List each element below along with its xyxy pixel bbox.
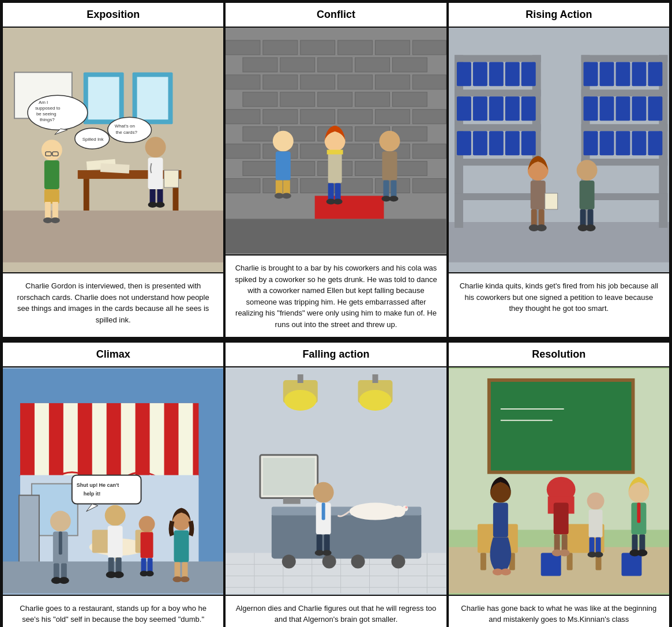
svg-point-165 <box>576 160 597 181</box>
svg-point-286 <box>594 552 603 558</box>
svg-rect-278 <box>561 535 567 552</box>
svg-rect-130 <box>521 96 535 121</box>
svg-rect-283 <box>589 538 594 554</box>
svg-point-253 <box>322 550 332 556</box>
svg-rect-213 <box>182 562 187 579</box>
cell-rising-action: Rising Action <box>448 2 670 338</box>
cell-falling-action: Falling action <box>224 341 447 627</box>
cell-resolution: Resolution <box>448 341 670 627</box>
svg-text:supposed to: supposed to <box>35 106 61 111</box>
svg-rect-84 <box>393 162 427 176</box>
svg-rect-212 <box>174 562 180 579</box>
svg-rect-107 <box>382 152 397 181</box>
svg-rect-144 <box>599 62 614 86</box>
svg-point-93 <box>273 131 294 152</box>
svg-rect-49 <box>318 58 352 72</box>
svg-rect-132 <box>473 131 487 155</box>
svg-rect-1 <box>3 211 223 262</box>
image-rising-action <box>449 28 669 273</box>
svg-rect-74 <box>226 144 260 159</box>
svg-rect-291 <box>639 535 645 552</box>
svg-rect-250 <box>317 535 322 552</box>
svg-rect-28 <box>44 189 59 204</box>
text-resolution: Charlie has gone back to what he was lik… <box>449 596 669 627</box>
image-resolution <box>449 367 669 595</box>
svg-rect-178 <box>178 403 193 478</box>
svg-rect-117 <box>455 89 541 96</box>
svg-rect-118 <box>455 124 541 131</box>
svg-rect-176 <box>121 403 136 478</box>
svg-rect-3 <box>84 179 89 211</box>
svg-rect-95 <box>276 181 283 195</box>
svg-point-32 <box>51 217 60 223</box>
svg-text:What's on: What's on <box>115 123 135 129</box>
svg-rect-44 <box>338 40 373 55</box>
svg-rect-194 <box>54 564 59 580</box>
svg-rect-91 <box>226 219 446 253</box>
svg-point-170 <box>585 224 595 231</box>
svg-point-111 <box>389 196 399 201</box>
svg-rect-66 <box>338 110 373 124</box>
svg-point-293 <box>637 550 647 557</box>
svg-text:Am I: Am I <box>39 100 48 105</box>
svg-rect-62 <box>393 92 427 107</box>
svg-point-23 <box>42 140 62 160</box>
svg-rect-35 <box>150 189 156 204</box>
svg-rect-65 <box>301 110 335 124</box>
svg-rect-193 <box>59 532 62 555</box>
svg-point-191 <box>50 511 71 532</box>
svg-rect-43 <box>301 40 335 55</box>
svg-rect-46 <box>413 40 446 55</box>
svg-point-247 <box>313 482 334 503</box>
svg-rect-8 <box>88 77 119 119</box>
svg-rect-102 <box>328 183 334 201</box>
svg-point-163 <box>536 224 546 231</box>
svg-point-271 <box>501 569 511 576</box>
svg-rect-153 <box>583 131 598 155</box>
svg-rect-29 <box>45 202 51 219</box>
svg-rect-69 <box>243 127 277 141</box>
svg-rect-284 <box>595 538 600 554</box>
svg-rect-135 <box>521 131 535 155</box>
svg-point-281 <box>587 493 604 510</box>
svg-rect-151 <box>632 96 646 121</box>
svg-rect-80 <box>243 162 277 176</box>
text-exposition: Charlie Gordon is interviewed, then is p… <box>3 273 223 337</box>
svg-rect-160 <box>531 209 536 227</box>
svg-point-98 <box>282 193 291 198</box>
svg-rect-256 <box>489 380 633 472</box>
svg-rect-155 <box>615 131 630 155</box>
svg-rect-133 <box>489 131 504 155</box>
cell-climax: Climax <box>2 341 224 627</box>
svg-point-242 <box>403 506 408 512</box>
svg-point-197 <box>59 577 69 584</box>
svg-point-239 <box>392 555 406 569</box>
image-climax: Shut up! He can't help it! <box>3 367 223 595</box>
svg-rect-100 <box>328 152 342 183</box>
title-climax: Climax <box>3 343 223 367</box>
svg-rect-276 <box>553 503 568 535</box>
title-rising-action: Rising Action <box>449 3 669 28</box>
svg-point-105 <box>333 198 343 204</box>
svg-rect-120 <box>455 193 541 200</box>
svg-rect-41 <box>226 40 260 55</box>
svg-rect-139 <box>581 89 667 96</box>
svg-rect-51 <box>393 58 427 72</box>
svg-rect-138 <box>581 55 667 62</box>
svg-rect-122 <box>473 62 487 86</box>
svg-rect-101 <box>327 150 343 155</box>
svg-rect-164 <box>545 193 557 209</box>
svg-rect-249 <box>322 503 325 520</box>
svg-point-209 <box>146 571 154 577</box>
svg-point-204 <box>139 516 155 532</box>
svg-rect-94 <box>276 152 291 181</box>
storyboard: Exposition <box>0 0 672 627</box>
svg-rect-39 <box>164 170 179 187</box>
svg-rect-85 <box>226 179 260 193</box>
svg-rect-205 <box>141 532 153 558</box>
svg-rect-119 <box>455 159 541 166</box>
image-falling-action <box>226 367 446 595</box>
svg-rect-277 <box>554 535 560 552</box>
svg-rect-251 <box>324 535 330 552</box>
svg-point-237 <box>322 555 336 569</box>
